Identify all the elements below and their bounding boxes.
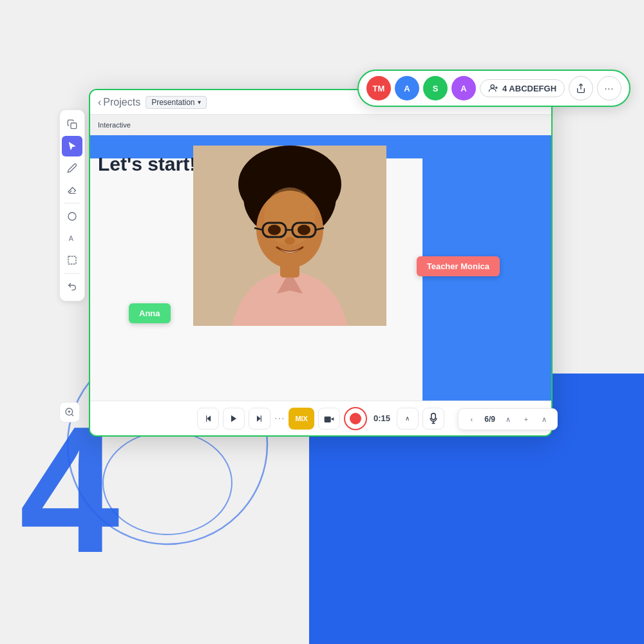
mic-icon bbox=[429, 413, 438, 424]
left-toolbar: A bbox=[59, 109, 85, 301]
person-illustration bbox=[193, 146, 386, 326]
mix-button[interactable]: MIX bbox=[289, 408, 314, 430]
slide-area: Interactive Let's start! bbox=[90, 115, 551, 401]
pointer-tool-button[interactable] bbox=[62, 136, 82, 156]
anna-label[interactable]: Anna bbox=[129, 303, 171, 323]
svg-point-1 bbox=[103, 431, 232, 535]
participants-bar: TM A S A 4 ABCDEFGH ··· bbox=[357, 70, 630, 107]
avatar-tm[interactable]: TM bbox=[366, 76, 391, 100]
add-person-icon bbox=[488, 83, 498, 93]
record-dot bbox=[350, 413, 361, 424]
projects-label: Projects bbox=[103, 97, 140, 108]
chevron-left-icon: ‹ bbox=[98, 97, 101, 108]
svg-point-21 bbox=[283, 155, 316, 187]
presentation-label: Presentation bbox=[151, 98, 194, 107]
more-controls[interactable]: ··· bbox=[274, 413, 285, 424]
svg-point-30 bbox=[268, 225, 281, 235]
mic-button[interactable] bbox=[422, 408, 444, 430]
avatar-s[interactable]: S bbox=[423, 76, 448, 100]
mix-label: MIX bbox=[295, 415, 308, 422]
svg-rect-9 bbox=[68, 256, 76, 264]
participants-count-button[interactable]: 4 ABCDEFGH bbox=[480, 79, 565, 97]
page-number: 6/9 bbox=[482, 415, 498, 424]
svg-point-31 bbox=[298, 225, 310, 235]
zoom-icon bbox=[64, 407, 75, 417]
main-window: A ‹ Projects Presentation ▾ Interactive bbox=[89, 89, 553, 437]
record-button[interactable] bbox=[344, 407, 367, 430]
page-collapse-button[interactable]: ∧ bbox=[536, 412, 552, 427]
toolbar-divider-2 bbox=[64, 273, 80, 274]
play-icon bbox=[229, 414, 238, 423]
more-icon: ··· bbox=[605, 83, 614, 93]
share-button[interactable] bbox=[569, 76, 593, 100]
undo-button[interactable] bbox=[62, 276, 82, 297]
rewind-button[interactable] bbox=[197, 408, 219, 430]
page-prev-button[interactable]: ‹ bbox=[464, 412, 479, 427]
svg-rect-6 bbox=[71, 123, 77, 129]
anna-text: Anna bbox=[139, 308, 160, 318]
slide-heading: Let's start! bbox=[98, 153, 196, 175]
timer-display: 0:15 bbox=[371, 413, 393, 423]
share-icon bbox=[576, 83, 586, 93]
page-add-button[interactable]: + bbox=[518, 412, 534, 427]
teacher-monica-text: Teacher Monica bbox=[427, 261, 489, 271]
play-button[interactable] bbox=[223, 408, 245, 430]
text-tool-button[interactable]: A bbox=[62, 228, 82, 249]
copy-tool-button[interactable] bbox=[62, 114, 82, 135]
breadcrumb-current-button[interactable]: Presentation ▾ bbox=[146, 96, 206, 109]
page-up-button[interactable]: ∧ bbox=[500, 412, 516, 427]
svg-rect-32 bbox=[280, 258, 299, 278]
video-person bbox=[193, 146, 386, 326]
teacher-monica-label[interactable]: Teacher Monica bbox=[417, 256, 500, 276]
rewind-icon bbox=[204, 414, 213, 423]
avatar-a2[interactable]: A bbox=[451, 76, 476, 100]
svg-marker-33 bbox=[231, 415, 236, 422]
fast-forward-icon bbox=[255, 414, 264, 423]
shape-tool-button[interactable] bbox=[62, 206, 82, 227]
slide-content: Interactive Let's start! bbox=[90, 115, 551, 401]
avatar-a1[interactable]: A bbox=[395, 76, 419, 100]
pagination-bar: ‹ 6/9 ∧ + ∧ bbox=[458, 408, 558, 430]
svg-point-2 bbox=[491, 85, 494, 88]
more-button[interactable]: ··· bbox=[597, 76, 621, 100]
svg-rect-34 bbox=[325, 416, 331, 422]
svg-point-7 bbox=[68, 213, 76, 220]
fast-forward-button[interactable] bbox=[249, 408, 270, 430]
expand-button[interactable]: ∧ bbox=[397, 408, 419, 430]
chevron-down-icon: ▾ bbox=[198, 99, 201, 106]
breadcrumb-back-button[interactable]: ‹ Projects bbox=[98, 97, 140, 108]
pencil-tool-button[interactable] bbox=[62, 158, 82, 178]
slide-title: Interactive bbox=[98, 121, 131, 129]
svg-rect-35 bbox=[431, 413, 436, 419]
camera-icon bbox=[324, 414, 334, 423]
zoom-button[interactable] bbox=[59, 402, 80, 422]
svg-line-11 bbox=[71, 414, 73, 416]
toolbar-divider-1 bbox=[64, 203, 80, 204]
camera-button[interactable] bbox=[318, 408, 340, 430]
select-tool-button[interactable] bbox=[62, 250, 82, 270]
participants-count-label: 4 ABCDEFGH bbox=[502, 84, 556, 93]
eraser-tool-button[interactable] bbox=[62, 180, 82, 200]
slide-header-bar: Interactive bbox=[90, 115, 551, 135]
svg-text:A: A bbox=[69, 234, 74, 242]
svg-point-29 bbox=[285, 237, 295, 245]
video-frame bbox=[193, 146, 386, 326]
